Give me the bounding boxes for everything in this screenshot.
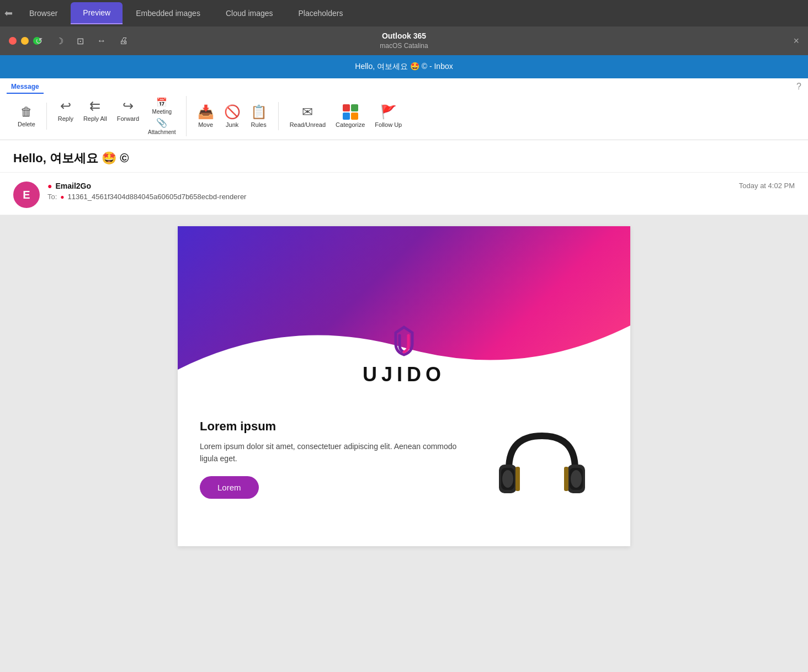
email-subject-text: Hello, 여보세요 🤩 © [13, 150, 795, 167]
email-body: UJIDO Lorem ipsum Lorem ipsum dolor sit … [0, 215, 808, 557]
brand-name: UJIDO [363, 363, 445, 386]
product-image [487, 419, 608, 530]
meeting-icon: 📅 [156, 97, 167, 108]
refresh-icon[interactable]: ↺ [33, 34, 45, 49]
categorize-label: Categorize [336, 121, 365, 128]
attachment-icon: 📎 [156, 118, 167, 128]
product-cta-button[interactable]: Lorem [200, 476, 259, 499]
back-icon: ⬅ [4, 7, 13, 19]
app-name: Outlook 365 [380, 31, 428, 42]
to-label: To: [47, 193, 57, 201]
junk-button[interactable]: 🚫 Junk [220, 102, 245, 130]
forward-icon: ↪ [123, 98, 134, 114]
sender-info: ● Email2Go To: ● 11361_4561f3404d884045a… [47, 182, 731, 201]
to-dot: ● [60, 193, 64, 201]
product-title: Lorem ipsum [200, 419, 470, 434]
product-text: Lorem ipsum Lorem ipsum dolor sit amet, … [200, 419, 470, 499]
svg-rect-6 [515, 467, 520, 491]
brand-logo-icon [387, 324, 421, 358]
tab-placeholders[interactable]: Placeholders [286, 2, 355, 24]
crop-icon[interactable]: ⊡ [75, 34, 86, 49]
email-timestamp: Today at 4:02 PM [739, 182, 795, 190]
tab-browser[interactable]: Browser [17, 2, 70, 24]
sender-name: Email2Go [55, 182, 91, 190]
fit-width-icon[interactable]: ↔ [95, 34, 108, 48]
read-unread-icon: ✉ [302, 104, 313, 120]
minimize-traffic-light[interactable] [21, 37, 29, 45]
forward-label: Forward [117, 115, 139, 122]
follow-up-label: Follow Up [375, 121, 402, 128]
forward-button[interactable]: ↪ Forward [113, 96, 143, 124]
reply-button[interactable]: ↩ Reply [54, 96, 78, 124]
email-titlebar: Hello, 여보세요 🤩 © - Inbox [0, 55, 808, 78]
attachment-label: Attachment [148, 129, 176, 135]
email-content: UJIDO Lorem ipsum Lorem ipsum dolor sit … [178, 226, 630, 546]
email-banner: UJIDO [178, 226, 630, 403]
categorize-button[interactable]: Categorize [331, 102, 369, 130]
reply-label: Reply [58, 115, 73, 122]
reply-icon: ↩ [60, 98, 71, 114]
delete-label: Delete [18, 121, 35, 127]
reply-all-icon: ⇇ [89, 98, 100, 114]
ribbon-tab-message[interactable]: Message [7, 82, 44, 94]
categorize-icon [343, 104, 358, 120]
print-icon[interactable]: 🖨 [117, 34, 130, 48]
junk-label: Junk [226, 121, 238, 128]
banner-gradient: UJIDO [178, 226, 630, 403]
delete-icon: 🗑 [20, 105, 33, 119]
tab-preview[interactable]: Preview [71, 2, 123, 24]
reply-all-button[interactable]: ⇇ Reply All [79, 96, 111, 124]
window-title: Outlook 365 macOS Catalina [380, 31, 428, 51]
window-titlebar: ↺ ☽ ⊡ ↔ 🖨 Outlook 365 macOS Catalina × [0, 26, 808, 55]
rules-label: Rules [251, 121, 267, 128]
product-section: Lorem ipsum Lorem ipsum dolor sit amet, … [178, 403, 630, 546]
email-header-info: E ● Email2Go To: ● 11361_4561f3404d88404… [0, 173, 808, 215]
logo-area: UJIDO [363, 324, 445, 386]
move-label: Move [198, 121, 213, 128]
read-unread-label: Read/Unread [290, 121, 326, 128]
meeting-button[interactable]: 📅 Meeting [145, 96, 179, 116]
email-subject-area: Hello, 여보세요 🤩 © [0, 140, 808, 173]
svg-point-4 [502, 470, 513, 488]
help-icon[interactable]: ? [796, 82, 801, 94]
os-name: macOS Catalina [380, 41, 428, 51]
svg-point-5 [571, 470, 582, 488]
half-moon-icon[interactable]: ☽ [54, 34, 66, 49]
delete-button[interactable]: 🗑 Delete [13, 103, 40, 130]
reply-all-label: Reply All [83, 115, 107, 122]
svg-rect-7 [564, 467, 568, 491]
email-inbox-title: Hello, 여보세요 🤩 © - Inbox [355, 62, 453, 72]
ribbon: Message ? 🗑 Delete ↩ Reply ⇇ Reply All ↪… [0, 78, 808, 140]
move-button[interactable]: 📥 Move [193, 102, 219, 130]
read-unread-button[interactable]: ✉ Read/Unread [285, 102, 330, 130]
tab-embedded-images[interactable]: Embedded images [124, 2, 212, 24]
rules-icon: 📋 [251, 104, 267, 120]
move-icon: 📥 [198, 104, 214, 120]
window-close-button[interactable]: × [793, 35, 799, 47]
meeting-label: Meeting [152, 109, 172, 115]
junk-icon: 🚫 [224, 104, 241, 120]
follow-up-icon: 🚩 [380, 104, 397, 120]
sender-dot: ● [47, 182, 52, 190]
tab-cloud-images[interactable]: Cloud images [214, 2, 285, 24]
tab-bar: ⬅ Browser Preview Embedded images Cloud … [0, 0, 808, 26]
follow-up-button[interactable]: 🚩 Follow Up [370, 102, 406, 130]
attachment-button[interactable]: 📎 Attachment [145, 116, 179, 136]
to-address: 11361_4561f3404d884045a60605d7b658ecbd-r… [68, 193, 247, 201]
rules-button[interactable]: 📋 Rules [246, 102, 272, 130]
product-desc: Lorem ipsum dolor sit amet, consectetuer… [200, 440, 470, 465]
headphones-icon [487, 419, 597, 519]
close-traffic-light[interactable] [9, 37, 17, 45]
sender-avatar: E [13, 182, 40, 208]
